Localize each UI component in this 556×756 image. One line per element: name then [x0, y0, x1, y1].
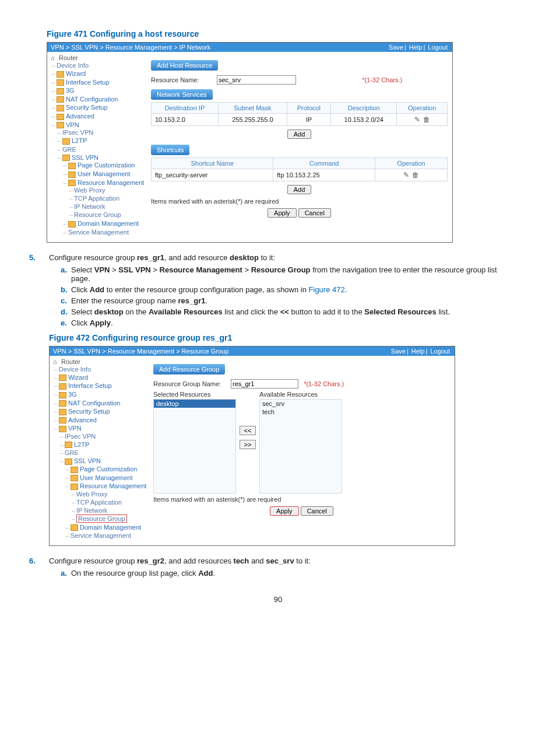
- nav-ip-network[interactable]: IP Network: [74, 202, 149, 211]
- help-link[interactable]: Help: [411, 348, 425, 355]
- step-5e: e. Click Apply.: [61, 318, 509, 327]
- cell-shortcut-name: ftp_security-server: [152, 169, 273, 181]
- nav-ip-network[interactable]: IP Network: [76, 506, 151, 514]
- nav-tcp-app[interactable]: TCP Application: [76, 498, 151, 506]
- nav-sslvpn[interactable]: SSL VPN Page Customization User Manageme…: [62, 153, 149, 237]
- section-add-host-resource: Add Host Resource: [151, 60, 218, 71]
- cell-description: 10.153.2.0/24: [331, 114, 397, 126]
- nav-interface-setup[interactable]: Interface Setup: [57, 78, 149, 87]
- required-note: Items marked with an asterisk(*) are req…: [151, 198, 448, 205]
- nav-service-mgmt[interactable]: Service Management: [71, 531, 151, 540]
- step-5d: d. Select desktop on the Available Resou…: [61, 307, 509, 316]
- col-description: Description: [331, 103, 397, 114]
- folder-icon: [62, 138, 70, 145]
- nav-wizard[interactable]: Wizard: [59, 373, 151, 382]
- add-shortcut-button[interactable]: Add: [287, 185, 312, 194]
- figure-472-link[interactable]: Figure 472: [309, 285, 345, 294]
- nav-service-mgmt[interactable]: Service Management: [68, 228, 149, 236]
- cancel-button[interactable]: Cancel: [301, 506, 333, 516]
- nav-nat[interactable]: NAT Configuration: [59, 399, 151, 408]
- breadcrumb-bar: VPN > SSL VPN > Resource Management > IP…: [47, 43, 452, 52]
- folder-icon: [59, 383, 66, 390]
- folder-icon: [57, 88, 64, 94]
- logout-link[interactable]: Logout: [430, 348, 450, 355]
- required-note: Items marked with an asterisk(*) are req…: [153, 496, 450, 503]
- nav-gre[interactable]: GRE: [62, 145, 149, 153]
- logout-link[interactable]: Logout: [428, 44, 448, 51]
- nav-l2tp[interactable]: L2TP: [62, 136, 149, 145]
- nav-3g[interactable]: 3G: [57, 86, 149, 95]
- section-add-resource-group: Add Resource Group: [153, 364, 225, 374]
- edit-icon[interactable]: ✎: [403, 171, 409, 179]
- resource-name-input[interactable]: [217, 75, 296, 85]
- nav-user-mgmt[interactable]: User Management: [68, 170, 149, 178]
- cancel-button[interactable]: Cancel: [298, 208, 331, 218]
- apply-button[interactable]: Apply: [268, 208, 297, 218]
- edit-icon[interactable]: ✎: [414, 116, 420, 124]
- nav-gre[interactable]: GRE: [65, 449, 151, 457]
- chars-hint: *(1-32 Chars.): [304, 380, 344, 387]
- nav-page-cust[interactable]: Page Customization: [71, 465, 151, 474]
- selected-resources-list[interactable]: desktop: [153, 399, 236, 494]
- nav-wizard[interactable]: Wizard: [57, 69, 149, 78]
- nav-nat[interactable]: NAT Configuration: [57, 95, 149, 104]
- nav-advanced[interactable]: Advanced: [59, 416, 151, 425]
- nav-resource-group[interactable]: Resource Group: [76, 514, 151, 523]
- folder-icon: [71, 524, 78, 531]
- folder-icon: [65, 459, 72, 465]
- nav-device-info[interactable]: Device Info: [57, 61, 149, 69]
- nav-res-mgmt[interactable]: Resource Management Web Proxy TCP Applic…: [68, 178, 149, 220]
- nav-vpn[interactable]: VPN IPsec VPN L2TP GRE SSL VPN Page Cust…: [57, 121, 149, 237]
- group-name-input[interactable]: [231, 379, 298, 388]
- nav-page-cust[interactable]: Page Customization: [68, 161, 149, 170]
- nav-advanced[interactable]: Advanced: [57, 112, 149, 121]
- delete-icon[interactable]: 🗑: [412, 171, 419, 179]
- figure-472-caption: Figure 472 Configuring resource group re…: [49, 333, 509, 342]
- section-network-services: Network Services: [151, 89, 213, 100]
- nav-ipsec[interactable]: IPsec VPN: [65, 432, 151, 440]
- dual-list: Selected Resources desktop << >> Availab…: [153, 391, 450, 494]
- apply-button[interactable]: Apply: [270, 506, 299, 516]
- folder-icon: [71, 484, 78, 490]
- nav-domain-mgmt[interactable]: Domain Management: [71, 523, 151, 532]
- nav-domain-mgmt[interactable]: Domain Management: [68, 219, 149, 228]
- move-right-button[interactable]: >>: [240, 440, 256, 449]
- save-link[interactable]: Save: [391, 348, 406, 355]
- nav-resource-group[interactable]: Resource Group: [74, 211, 149, 219]
- available-resources-list[interactable]: sec_srv tech: [259, 399, 342, 494]
- nav-security[interactable]: Security Setup: [57, 103, 149, 112]
- figure-471-caption: Figure 471 Configuring a host resource: [47, 29, 509, 38]
- move-left-button[interactable]: <<: [240, 426, 256, 435]
- list-item[interactable]: desktop: [154, 400, 235, 408]
- folder-icon: [57, 122, 64, 128]
- delete-icon[interactable]: 🗑: [423, 116, 430, 124]
- nav-web-proxy[interactable]: Web Proxy: [76, 490, 151, 498]
- nav-interface-setup[interactable]: Interface Setup: [59, 382, 151, 390]
- step-5b: b. Click Add to enter the resource group…: [61, 285, 509, 294]
- nav-vpn[interactable]: VPN IPsec VPN L2TP GRE SSL VPN Page Cust…: [59, 424, 151, 541]
- save-link[interactable]: Save: [389, 44, 403, 51]
- nav-web-proxy[interactable]: Web Proxy: [74, 186, 149, 194]
- folder-icon: [71, 475, 78, 481]
- add-network-service-button[interactable]: Add: [287, 130, 312, 139]
- list-item[interactable]: sec_srv: [260, 400, 342, 408]
- nav-3g[interactable]: 3G: [59, 390, 151, 399]
- folder-icon: [57, 79, 64, 86]
- table-row: 10.153.2.0 255.255.255.0 IP 10.153.2.0/2…: [152, 114, 448, 126]
- nav-sslvpn[interactable]: SSL VPN Page Customization User Manageme…: [65, 457, 151, 540]
- nav-res-mgmt[interactable]: Resource Management Web Proxy TCP Applic…: [71, 482, 151, 523]
- nav-tcp-app[interactable]: TCP Application: [74, 194, 149, 202]
- screenshot-host-resource: VPN > SSL VPN > Resource Management > IP…: [47, 42, 453, 243]
- table-row: ftp_security-server ftp 10.153.2.25 ✎ 🗑: [152, 169, 448, 181]
- folder-icon: [59, 426, 66, 432]
- list-item[interactable]: tech: [260, 408, 342, 416]
- group-name-label: Resource Group Name:: [153, 380, 229, 387]
- step-6a: a. On the resource group list page, clic…: [61, 569, 509, 578]
- nav-l2tp[interactable]: L2TP: [65, 440, 151, 449]
- nav-ipsec[interactable]: IPsec VPN: [62, 128, 149, 136]
- help-link[interactable]: Help: [409, 44, 423, 51]
- nav-security[interactable]: Security Setup: [59, 407, 151, 416]
- router-icon: ⌂: [51, 54, 58, 61]
- nav-user-mgmt[interactable]: User Management: [71, 474, 151, 482]
- nav-device-info[interactable]: Device Info: [59, 365, 151, 373]
